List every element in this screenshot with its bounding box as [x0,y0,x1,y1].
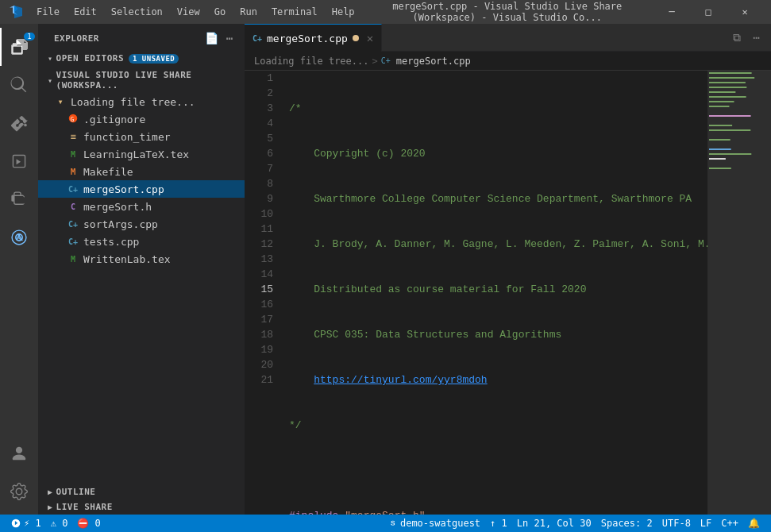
menu-view[interactable]: View [171,5,206,19]
live-share-header[interactable]: ▶ LIVE SHARE [38,499,245,515]
open-editors-header[interactable]: ▾ OPEN EDITORS 1 UNSAVED [38,51,245,66]
menu-run[interactable]: Run [233,5,264,19]
open-editors-section: ▾ OPEN EDITORS 1 UNSAVED [38,51,245,66]
tab-filename: mergeSort.cpp [267,33,348,44]
outline-section: ▶ OUTLINE ▶ LIVE SHARE [38,481,245,515]
cursor-position[interactable]: Ln 21, Col 30 [512,515,596,532]
file-item-function-timer[interactable]: ≡ function_timer [38,128,245,145]
file-item-makefile[interactable]: M Makefile [38,163,245,180]
file-item-sortargs[interactable]: C+ sortArgs.cpp [38,215,245,233]
code-editor[interactable]: 12345 678910 11121314 15 161718192021 /*… [245,71,771,515]
cpp-icon: C+ [67,185,79,194]
app-icon [8,4,24,20]
makefile-icon: M [67,167,79,177]
menu-help[interactable]: Help [326,5,361,19]
tab-close-button[interactable]: ✕ [367,32,373,44]
unsaved-badge: 1 UNSAVED [129,54,179,64]
activity-extensions[interactable] [0,180,38,218]
activity-settings[interactable] [0,472,38,511]
line-endings-label: LF [700,518,711,529]
file-name-sortargs: sortArgs.cpp [83,218,235,230]
sync-status[interactable]: ↑ 1 [485,515,512,532]
activity-run[interactable] [0,142,38,180]
more-options-icon[interactable]: ⋯ [225,30,235,46]
menu-go[interactable]: Go [208,5,232,19]
file-name-gitignore: .gitignore [83,114,235,125]
main-layout: 1 [0,24,771,515]
live-share-label: ⚡ 1 [24,518,41,529]
menu-terminal[interactable]: Terminal [265,5,324,19]
gitignore-icon: G [67,113,79,126]
file-name-function-timer: function_timer [83,131,235,143]
file-item-learninglatex[interactable]: M LearningLaTeX.tex [38,145,245,163]
loading-folder[interactable]: ▾ Loading file tree... [38,93,245,110]
minimap[interactable] [707,71,771,515]
activity-bar: 1 [0,24,38,515]
activity-git[interactable] [0,104,38,142]
notifications-icon: 🔔 [748,518,760,529]
spaces-label: Spaces: 2 [601,518,653,529]
loading-label: Loading file tree... [71,96,235,108]
file-name-mergesort-h: mergeSort.h [83,201,235,213]
sidebar-header: Explorer 📄 ⋯ [38,24,245,51]
live-share-label: LIVE SHARE [56,502,113,512]
tab-mergesort[interactable]: C+ mergeSort.cpp ✕ [245,24,382,52]
branch-name: demo-swatguest [400,518,480,529]
git-branch-status[interactable]: demo-swatguest [383,515,485,532]
file-item-mergesort-cpp[interactable]: C+ mergeSort.cpp [38,180,245,198]
close-button[interactable]: ✕ [727,0,763,24]
editor-area: C+ mergeSort.cpp ✕ ⧉ ⋯ Loading file tree… [245,24,771,515]
notifications[interactable]: 🔔 [743,515,765,532]
language-label: C++ [721,518,738,529]
open-editors-label: OPEN EDITORS [56,53,124,64]
file-name-mergesort-cpp: mergeSort.cpp [83,183,235,195]
breadcrumb-file[interactable]: mergeSort.cpp [396,56,471,67]
activity-live-share[interactable] [0,218,38,256]
svg-text:G: G [71,115,75,122]
outline-header[interactable]: ▶ OUTLINE [38,484,245,499]
file-item-mergesort-h[interactable]: C mergeSort.h [38,198,245,215]
chevron-right-icon3: ▶ [48,503,53,511]
minimize-button[interactable]: ─ [653,0,690,24]
maximize-button[interactable]: □ [690,0,727,24]
warnings-label: ⚠ 0 [51,518,68,529]
language-mode[interactable]: C++ [716,515,743,532]
errors-status[interactable]: ⛔ 0 [72,515,105,532]
menu-selection[interactable]: Selection [105,5,169,19]
more-actions-icon[interactable]: ⋯ [749,28,765,47]
live-share-status[interactable]: ⚡ 1 [6,515,46,532]
menu-file[interactable]: File [30,5,66,19]
menu-edit[interactable]: Edit [67,5,103,19]
split-editor-icon[interactable]: ⧉ [728,28,746,48]
encoding[interactable]: UTF-8 [657,515,696,532]
indentation[interactable]: Spaces: 2 [596,515,657,532]
chevron-down-icon2: ▾ [48,76,53,85]
line-endings[interactable]: LF [696,515,716,532]
file-item-gitignore[interactable]: G .gitignore [38,110,245,128]
chevron-right-icon2: ▶ [48,488,53,496]
warnings-status[interactable]: ⚠ 0 [46,515,73,532]
activity-explorer[interactable]: 1 [0,28,38,66]
activity-search[interactable] [0,66,38,104]
cpp-icon2: C+ [67,220,79,229]
sidebar-header-icons: 📄 ⋯ [203,30,235,46]
new-file-icon[interactable]: 📄 [203,30,221,46]
chevron-down-icon: ▾ [48,54,53,63]
workspace-label: VISUAL STUDIO LIVE SHARE (WORKSPA... [56,70,235,91]
breadcrumb-separator: > [372,56,378,67]
activity-account[interactable] [0,434,38,472]
tab-file-icon: C+ [253,34,262,43]
activity-bar-bottom [0,434,38,515]
file-item-writtenlab[interactable]: M WrittenLab.tex [38,250,245,268]
tab-modified-dot [353,35,359,41]
file-item-tests[interactable]: C+ tests.cpp [38,233,245,250]
breadcrumb-loading[interactable]: Loading file tree... [254,56,369,67]
window-controls: ─ □ ✕ [653,0,763,24]
cpp-icon3: C+ [67,237,79,246]
workspace-header[interactable]: ▾ VISUAL STUDIO LIVE SHARE (WORKSPA... [38,67,245,93]
tex-icon: M [67,150,79,159]
errors-label: ⛔ 0 [77,518,100,529]
code-content[interactable]: /* Copyright (c) 2020 Swarthmore College… [283,71,707,515]
encoding-label: UTF-8 [662,518,691,529]
h-icon: C [67,202,79,211]
